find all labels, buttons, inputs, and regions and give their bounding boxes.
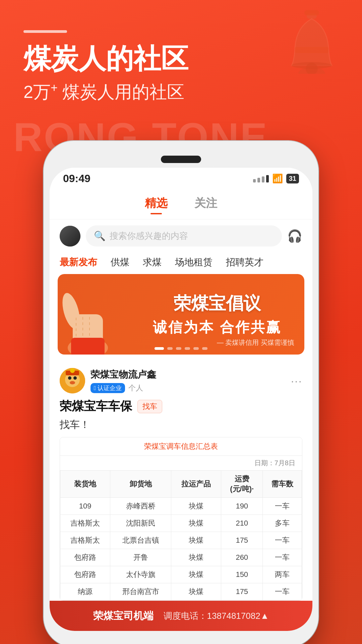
dot-2: [167, 347, 173, 350]
tabs-row: 精选 关注: [50, 188, 312, 219]
banner-small-text: — 卖煤讲信用 买煤需谨慎: [217, 338, 294, 347]
table-cell: 吉格斯太: [60, 515, 110, 532]
table-cell: 北票台吉镇: [110, 532, 171, 549]
logistics-table: 荣煤宝调车信息汇总表 日期：7月8日 装货地 卸货地 拉运产品 运费(元/吨)·…: [60, 437, 302, 601]
svg-point-15: [68, 376, 71, 380]
cert-icon: 🋶: [94, 385, 96, 392]
post-user-info: 荣煤宝物流卢鑫 🋶 认证企业 个人: [90, 368, 156, 393]
personal-badge: 个人: [128, 383, 143, 393]
signal-icon: [253, 175, 269, 182]
post-title-row: 荣煤宝车车保 找车: [60, 398, 302, 415]
table-cell: 一车: [263, 498, 302, 515]
cat-demand[interactable]: 求煤: [136, 256, 168, 269]
sub-title: 2万+ 煤炭人用的社区: [23, 80, 339, 104]
table-cell: 太仆寺旗: [110, 566, 171, 583]
status-time: 09:49: [63, 172, 90, 185]
data-table: 装货地 卸货地 拉运产品 运费(元/吨)· 需车数 109赤峰西桥块煤190一车…: [60, 470, 302, 600]
table-row: 109赤峰西桥块煤190一车: [60, 498, 302, 515]
dot-1: [155, 347, 164, 350]
search-row: 🔍 搜索你感兴趣的内容 🎧: [50, 219, 312, 253]
cat-latest[interactable]: 最新发布: [60, 256, 104, 269]
table-cell: 175: [221, 532, 263, 549]
search-icon: 🔍: [94, 230, 106, 241]
progress-bar: [23, 30, 67, 33]
cat-recruit[interactable]: 招聘英才: [219, 256, 270, 269]
bottom-banner: 荣煤宝司机端 调度电话：13874817082▲: [50, 601, 312, 631]
col-unloading: 卸货地: [110, 471, 171, 498]
svg-point-17: [70, 381, 75, 384]
cat-supply[interactable]: 供煤: [104, 256, 136, 269]
col-loading: 装货地: [60, 471, 110, 498]
table-cell: 邢台南宫市: [110, 583, 171, 600]
dot-3: [176, 347, 181, 350]
table-cell: 两车: [263, 566, 302, 583]
wifi-icon: 📶: [272, 173, 283, 184]
phone-mockup: 09:49 📶 31 精选 关注: [44, 141, 318, 644]
table-cell: 吉格斯太: [60, 532, 110, 549]
col-count: 需车数: [263, 471, 302, 498]
cert-badge: 🋶 认证企业: [90, 383, 125, 393]
category-nav: 最新发布 供煤 求煤 场地租赁 招聘英才: [50, 253, 312, 274]
table-cell: 一车: [263, 583, 302, 600]
table-cell: 包府路: [60, 549, 110, 566]
table-cell: 纳源: [60, 583, 110, 600]
svg-point-19: [70, 368, 75, 373]
table-cell: 块煤: [171, 566, 221, 583]
search-bar[interactable]: 🔍 搜索你感兴趣的内容: [86, 225, 282, 247]
table-cell: 175: [221, 583, 263, 600]
col-fee: 运费(元/吨)·: [221, 471, 263, 498]
post-header: 荣煤宝物流卢鑫 🋶 认证企业 个人 ···: [60, 368, 302, 393]
tab-jingxuan[interactable]: 精选: [145, 196, 168, 214]
main-title: 煤炭人的社区: [23, 43, 339, 74]
bottom-banner-phone: 调度电话：13874817082▲: [164, 610, 269, 622]
table-cell: 109: [60, 498, 110, 515]
col-product: 拉运产品: [171, 471, 221, 498]
table-cell: 块煤: [171, 549, 221, 566]
dot-5: [193, 347, 199, 350]
table-cell: 块煤: [171, 515, 221, 532]
banner-dots: [155, 347, 207, 350]
battery-indicator: 31: [286, 174, 299, 183]
status-bar: 09:49 📶 31: [50, 168, 312, 188]
table-title: 荣煤宝调车信息汇总表: [60, 437, 302, 456]
table-cell: 赤峰西桥: [110, 498, 171, 515]
table-row: 包府路开鲁块煤260一车: [60, 549, 302, 566]
table-cell: 沈阳新民: [110, 515, 171, 532]
post-body: 找车！: [60, 418, 302, 432]
table-row: 包府路太仆寺旗块煤150两车: [60, 566, 302, 583]
table-cell: 包府路: [60, 566, 110, 583]
table-cell: 260: [221, 549, 263, 566]
post-main-title: 荣煤宝车车保: [60, 398, 132, 415]
table-cell: 开鲁: [110, 549, 171, 566]
bottom-banner-text: 荣煤宝司机端: [93, 609, 154, 623]
headset-icon[interactable]: 🎧: [287, 229, 302, 243]
app-content: 精选 关注 🔍 搜索你感兴趣的内容 🎧 最新发布: [50, 188, 312, 631]
table-cell: 块煤: [171, 498, 221, 515]
more-options-button[interactable]: ···: [291, 374, 302, 387]
table-cell: 块煤: [171, 532, 221, 549]
table-cell: 150: [221, 566, 263, 583]
table-cell: 块煤: [171, 583, 221, 600]
post-author-info: 荣煤宝物流卢鑫 🋶 认证企业 个人: [60, 368, 156, 393]
status-icons: 📶 31: [253, 173, 299, 184]
banner-title: 荣煤宝倡议: [174, 292, 261, 315]
post-tag[interactable]: 找车: [137, 400, 162, 413]
cat-venue[interactable]: 场地租赁: [168, 256, 219, 269]
banner-subtitle: 诚信为本 合作共赢: [153, 318, 282, 337]
thumb-illustration: [58, 281, 121, 355]
user-avatar[interactable]: [60, 226, 80, 247]
svg-point-16: [73, 376, 77, 380]
promo-banner[interactable]: 荣煤宝倡议 诚信为本 合作共赢 — 卖煤讲信用 买煤需谨慎: [58, 274, 304, 355]
dot-6: [202, 347, 207, 350]
tab-guanzhu[interactable]: 关注: [194, 196, 217, 214]
table-cell: 多车: [263, 515, 302, 532]
table-row: 纳源邢台南宫市块煤175一车: [60, 583, 302, 600]
post-badges: 🋶 认证企业 个人: [90, 383, 156, 393]
table-date: 日期：7月8日: [60, 456, 302, 470]
post-avatar: [60, 368, 85, 393]
post-card: 荣煤宝物流卢鑫 🋶 认证企业 个人 ···: [50, 361, 312, 601]
svg-rect-12: [71, 338, 105, 355]
table-cell: 190: [221, 498, 263, 515]
table-row: 吉格斯太北票台吉镇块煤175一车: [60, 532, 302, 549]
phone-notch: [144, 151, 218, 168]
